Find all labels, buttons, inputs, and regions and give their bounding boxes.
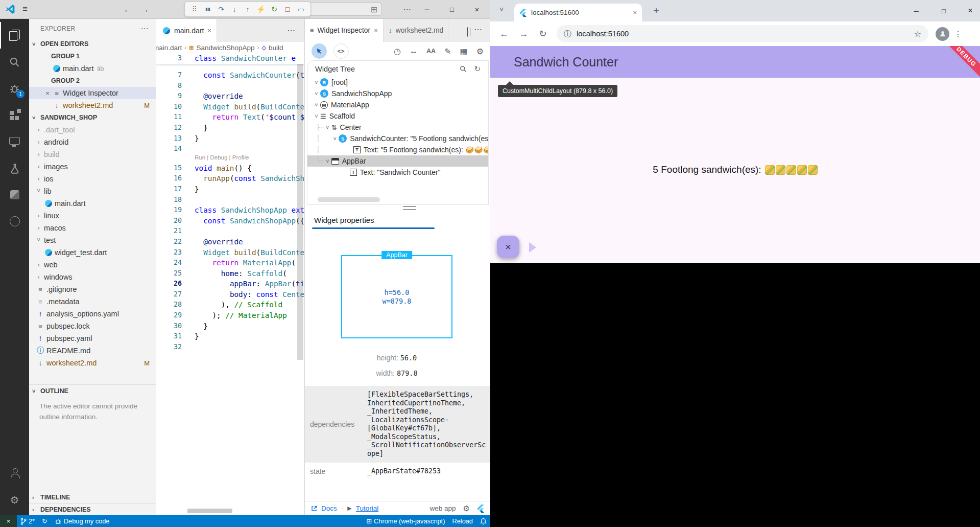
codelens[interactable]: Run | Debug | Profile [156, 154, 304, 163]
code-line[interactable]: 21 [156, 226, 304, 237]
step-over-icon[interactable]: ↷ [214, 5, 228, 13]
slow-animations-icon[interactable]: ◷ [394, 47, 401, 56]
explorer-icon[interactable] [0, 22, 29, 49]
code-line[interactable]: 25 home: Scaffold( [156, 268, 304, 279]
address-bar[interactable]: ⓘ localhost:51600 ☆ [557, 25, 928, 42]
close-button[interactable]: × [465, 0, 489, 19]
forward-icon[interactable]: → [515, 25, 532, 42]
workspace-header[interactable]: ˅ SANDWICH_SHOP [29, 111, 156, 124]
stop-icon[interactable]: □ [281, 5, 294, 13]
timeline-section[interactable]: › TIMELINE [29, 491, 156, 503]
open-editors-header[interactable]: ˅ OPEN EDITORS [29, 38, 156, 50]
code-line[interactable]: 7 const SandwichCounter(t [156, 70, 304, 81]
extensions-icon[interactable] [0, 102, 29, 128]
code-line[interactable]: 15void main() { [156, 163, 304, 174]
tab-close-icon[interactable]: × [633, 9, 637, 16]
folder-linux[interactable]: ›linux [29, 210, 156, 222]
github-icon[interactable] [0, 208, 29, 235]
tab-widget-properties[interactable]: Widget properties [312, 211, 376, 227]
widget-tree-node-text[interactable]: TText: "Sandwich Counter" [307, 167, 488, 178]
code-line[interactable]: 23 Widget build(BuildConte [156, 247, 304, 258]
file-pubspec-lock[interactable]: ≡pubspec.lock [29, 320, 156, 332]
folder-ios[interactable]: ›ios [29, 173, 156, 185]
code-line[interactable]: 29 ); // MaterialApp [156, 310, 304, 321]
screencast-icon[interactable]: ▭ [294, 5, 307, 13]
code-line[interactable]: 27 body: const Cente [156, 289, 304, 300]
close-button[interactable]: × [959, 0, 980, 21]
search-icon[interactable] [0, 49, 29, 75]
docs-link[interactable]: Docs [321, 505, 337, 512]
widget-tree-node-text[interactable]: │ TText: "5 Footlong sandwich(es): 🥪🥪🥪🥪🥪… [307, 144, 488, 155]
folder-images[interactable]: ›images [29, 161, 156, 173]
highlight-images-icon[interactable]: ▦ [460, 47, 468, 56]
python-icon[interactable] [0, 181, 29, 208]
folder-lib[interactable]: ˅lib [29, 185, 156, 197]
sticky-scroll-line[interactable]: 3class SandwichCounter e [156, 53, 304, 64]
editor-vertical-scrollbar[interactable] [297, 53, 303, 360]
code-line[interactable]: 24 return MaterialApp( [156, 258, 304, 268]
code-line[interactable]: 12 } [156, 123, 304, 133]
tab-search-chevron-icon[interactable]: ˅ [499, 6, 504, 14]
widget-tree-node-appbar[interactable]: └─˅AppBar [307, 155, 488, 167]
code-line[interactable]: 13} [156, 133, 304, 144]
exit-select-mode-button[interactable]: × [497, 236, 519, 258]
code-line[interactable]: 9 @override [156, 91, 304, 102]
tab-close-icon[interactable]: × [207, 27, 211, 34]
tab-close-icon[interactable]: × [374, 27, 378, 34]
widget-tree-node-sandwichshopapp[interactable]: ˅SSandwichShopApp [307, 88, 488, 99]
expand-arrow-icon[interactable] [529, 242, 536, 253]
file-worksheet2-md[interactable]: ↓worksheet2.mdM [29, 357, 156, 369]
split-editor-icon[interactable] [467, 28, 468, 37]
notifications-bell[interactable] [476, 515, 490, 527]
profile-avatar[interactable] [936, 27, 949, 41]
menu-icon[interactable]: ≡ [22, 4, 28, 14]
remote-explorer-icon[interactable] [0, 128, 29, 155]
nav-forward-icon[interactable]: → [137, 0, 153, 19]
code-line[interactable]: 20 const SandwichShopApp({ [156, 216, 304, 226]
folder-windows[interactable]: ›windows [29, 271, 156, 283]
layout-explorer-box[interactable]: AppBar h=56.0 w=879.8 [341, 255, 452, 338]
drag-grip-icon[interactable]: ⠿ [188, 5, 201, 13]
layout-icon[interactable]: ⊞ [371, 5, 377, 14]
breadcrumb[interactable]: main.dart › ⊞ SandwichShopApp › ◇ build [156, 42, 304, 53]
widget-tree-node-sandwichcounter[interactable]: │ ˅SSandwichCounter: "5 Footlong sandwic… [307, 133, 488, 144]
sync-button[interactable]: ↻ [38, 515, 51, 527]
tree-horizontal-scrollbar[interactable] [318, 197, 380, 202]
editor-horizontal-scrollbar[interactable] [187, 509, 232, 513]
flutter-appbar[interactable]: Sandwich Counter [490, 46, 980, 78]
nav-back-icon[interactable]: ← [119, 0, 136, 19]
chrome-menu-icon[interactable]: ⋮ [951, 29, 965, 39]
file--gitignore[interactable]: ≡.gitignore [29, 283, 156, 295]
git-branch-item[interactable]: 2* [17, 515, 38, 527]
file-readme-md[interactable]: ⓘREADME.md [29, 345, 156, 357]
account-icon[interactable] [0, 460, 29, 487]
editor-more-icon[interactable]: ⋯ [287, 19, 295, 42]
code-line[interactable]: 8 [156, 81, 304, 91]
widget-tree-node-root[interactable]: ˅R[root] [307, 77, 488, 88]
code-line[interactable]: 10 Widget build(BuildConte [156, 102, 304, 112]
step-out-icon[interactable]: ↑ [241, 5, 254, 13]
show-guidelines-icon[interactable]: ↔ [410, 47, 418, 56]
select-widget-mode-button[interactable] [312, 43, 327, 59]
code-line[interactable]: 17} [156, 184, 304, 195]
code-line[interactable]: 11 return Text('$count $ [156, 112, 304, 123]
device-selector[interactable]: ⊞ Chrome (web-javascript) [363, 515, 448, 527]
debug-launch-item[interactable]: Debug my code [51, 515, 113, 527]
settings-gear-icon[interactable]: ⚙ [476, 47, 484, 56]
gear-icon[interactable]: ⚙ [463, 504, 470, 513]
widget-tree-node-center[interactable]: ├─˅⇅Center [307, 122, 488, 133]
file-analysis-options-yaml[interactable]: !analysis_options.yaml [29, 308, 156, 320]
browser-tab[interactable]: localhost:51600 × [514, 4, 642, 21]
reload-button[interactable]: Reload [448, 515, 476, 527]
code-line[interactable]: 31} [156, 331, 304, 342]
tab-worksheet2[interactable]: ↓ worksheet2.md [384, 19, 448, 42]
file--metadata[interactable]: ≡.metadata [29, 295, 156, 308]
titlebar-more-icon[interactable]: ⋯ [399, 0, 415, 19]
url-text[interactable]: localhost:51600 [577, 30, 629, 38]
open-editor-main-dart[interactable]: main.dartlib [29, 62, 156, 75]
code-line[interactable]: 22 @override [156, 237, 304, 247]
hot-reload-icon[interactable]: ⚡ [254, 5, 268, 13]
reload-icon[interactable]: ↻ [534, 25, 552, 42]
back-icon[interactable]: ← [495, 25, 513, 42]
run-and-debug-icon[interactable]: 1 [0, 75, 29, 102]
